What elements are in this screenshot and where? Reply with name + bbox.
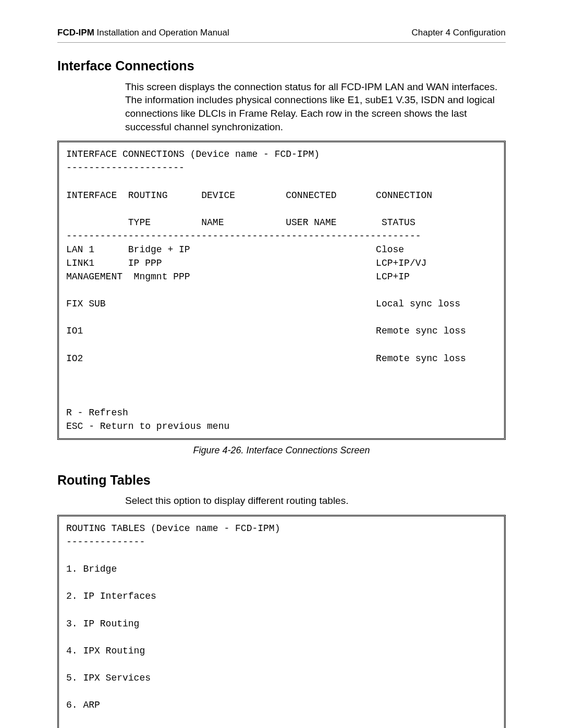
terminal-routing-tables: ROUTING TABLES (Device name - FCD-IPM) -… <box>57 515 506 728</box>
page: FCD-IPM Installation and Operation Manua… <box>0 0 563 728</box>
figure-caption-4-26: Figure 4-26. Interface Connections Scree… <box>57 444 506 456</box>
section-title-interface-connections: Interface Connections <box>57 57 506 75</box>
product-name-rest: Installation and Operation Manual <box>94 28 229 38</box>
product-name-bold: FCD-IPM <box>57 28 94 38</box>
header-left: FCD-IPM Installation and Operation Manua… <box>57 27 229 39</box>
terminal-interface-connections: INTERFACE CONNECTIONS (Device name - FCD… <box>57 141 506 440</box>
page-header: FCD-IPM Installation and Operation Manua… <box>57 27 506 43</box>
section1-paragraph: This screen displays the connection stat… <box>57 80 506 134</box>
header-chapter: Chapter 4 Configuration <box>411 27 506 39</box>
section-title-routing-tables: Routing Tables <box>57 472 506 489</box>
section2-paragraph: Select this option to display different … <box>57 494 506 508</box>
